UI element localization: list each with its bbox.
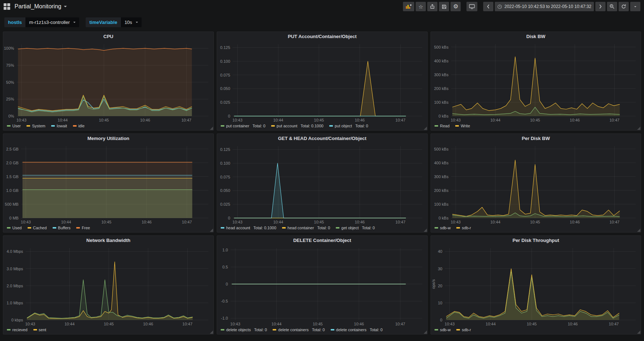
time-range-text: 2022-05-10 10:42:53 to 2022-05-10 10:47:… xyxy=(504,4,591,9)
legend-item[interactable]: put accountTotal: 0.1000 xyxy=(271,124,323,128)
svg-text:10: 10 xyxy=(438,301,442,305)
svg-text:0 MB: 0 MB xyxy=(9,216,19,220)
legend-item[interactable]: sent xyxy=(33,328,46,332)
time-range-button[interactable]: 2022-05-10 10:42:53 to 2022-05-10 10:47:… xyxy=(495,2,594,11)
add-panel-button[interactable] xyxy=(403,2,414,11)
panel-title[interactable]: GET & HEAD Account/Container/Object xyxy=(217,134,427,143)
clock-icon xyxy=(497,4,502,9)
dashboards-grid-icon[interactable] xyxy=(4,3,10,10)
dashboard-title-dropdown[interactable]: Partial_Monitoring xyxy=(15,3,67,10)
svg-text:10:46: 10:46 xyxy=(568,322,578,326)
variable-label: timeVariable xyxy=(86,17,121,27)
svg-text:1.0: 1.0 xyxy=(223,248,228,252)
svg-text:10:43: 10:43 xyxy=(16,118,27,122)
panel-grid: CPU0%25%50%75%100%10:4310:4410:4510:4610… xyxy=(0,31,644,337)
zoom-out-button[interactable] xyxy=(607,2,617,11)
legend-item[interactable]: sdb-r xyxy=(456,328,471,332)
chart-area[interactable]: 0 MB500 MB1.0 GB1.5 GB2.0 GB2.5 GB10:431… xyxy=(3,143,213,225)
legend-item[interactable]: get objectTotal: 0 xyxy=(336,226,375,230)
legend-item[interactable]: Cached xyxy=(28,226,47,230)
legend-item[interactable]: Buffers xyxy=(53,226,71,230)
panel-title[interactable]: PUT Account/Container/Object xyxy=(217,32,427,41)
save-button[interactable] xyxy=(439,2,449,11)
legend-item[interactable]: put objectTotal: 0 xyxy=(329,124,368,128)
legend-item[interactable]: delete containersTotal: 0 xyxy=(331,328,383,332)
svg-text:0.075: 0.075 xyxy=(220,175,230,179)
time-forward-button[interactable] xyxy=(595,2,606,11)
chevron-left-icon xyxy=(487,4,490,9)
legend-item[interactable]: Free xyxy=(76,226,90,230)
legend-item[interactable]: User xyxy=(7,124,21,128)
svg-text:10:45: 10:45 xyxy=(313,322,323,326)
legend-item[interactable]: sdb-r xyxy=(456,226,471,230)
panel-title[interactable]: Disk BW xyxy=(431,32,641,41)
panel-title[interactable]: Per Disk Throughput xyxy=(431,236,641,245)
legend-color-swatch xyxy=(456,329,460,330)
panel-resize-handle[interactable] xyxy=(210,127,213,130)
share-button[interactable] xyxy=(427,2,437,11)
panel-resize-handle[interactable] xyxy=(637,229,640,232)
legend-item[interactable]: head accountTotal: 0.1000 xyxy=(221,226,276,230)
settings-button[interactable]: ⚙ xyxy=(451,2,461,11)
legend-color-swatch xyxy=(73,125,77,127)
panel-title[interactable]: Network Bandwidth xyxy=(3,236,213,245)
legend-item[interactable]: delete objectsTotal: 0 xyxy=(221,328,267,332)
star-button[interactable]: ☆ xyxy=(416,2,426,11)
legend-item[interactable]: delete containersTotal: 0 xyxy=(273,328,325,332)
svg-text:10:44: 10:44 xyxy=(65,322,75,326)
legend-item[interactable]: put containerTotal: 0 xyxy=(221,124,265,128)
legend-item[interactable]: Read xyxy=(435,124,449,128)
refresh-icon xyxy=(621,4,626,9)
chart-area[interactable]: 01020304010:4310:4410:4510:4610:47ops/s xyxy=(431,245,641,327)
panel-resize-handle[interactable] xyxy=(424,330,427,334)
legend-item[interactable]: System xyxy=(27,124,45,128)
legend-item[interactable]: Iowait xyxy=(51,124,67,128)
panel-resize-handle[interactable] xyxy=(210,330,213,334)
panel-resize-handle[interactable] xyxy=(424,229,427,232)
legend-item[interactable]: sdb-w xyxy=(435,328,451,332)
panel-title[interactable]: Memory Utilization xyxy=(3,134,213,143)
refresh-button[interactable] xyxy=(619,2,629,11)
panel-title[interactable]: DELETE Container/Object xyxy=(217,236,427,245)
chart-area[interactable]: -1.0-0.500.51.010:4310:4410:4510:4610:47 xyxy=(217,245,427,327)
chart-area[interactable]: 0 kBs100 kBs200 kBs300 kBs400 kBs500 kBs… xyxy=(431,143,641,225)
panel-cpu: CPU0%25%50%75%100%10:4310:4410:4510:4610… xyxy=(3,32,214,131)
cycle-view-button[interactable] xyxy=(466,2,477,11)
legend-total: Total: 0 xyxy=(254,328,267,332)
variable-timevariable-dropdown[interactable]: 10s xyxy=(121,17,142,27)
svg-text:10:47: 10:47 xyxy=(395,322,405,326)
legend-item[interactable]: recieved xyxy=(7,328,28,332)
panel-resize-handle[interactable] xyxy=(424,127,427,130)
legend-color-swatch xyxy=(51,125,55,127)
chart-area[interactable]: 0 kbps1.0 Mbps2.0 Mbps3.0 Mbps4.0 Mbps10… xyxy=(3,245,213,327)
svg-text:1.0 GB: 1.0 GB xyxy=(6,188,19,193)
legend-item[interactable]: sdb-w xyxy=(435,226,451,230)
svg-text:2.5 GB: 2.5 GB xyxy=(6,147,19,151)
panel-resize-handle[interactable] xyxy=(210,229,213,232)
panel-title[interactable]: CPU xyxy=(3,32,213,41)
svg-text:10:44: 10:44 xyxy=(486,322,496,326)
svg-text:400 kBs: 400 kBs xyxy=(434,59,449,63)
panel-resize-handle[interactable] xyxy=(637,127,640,130)
svg-text:10:47: 10:47 xyxy=(610,118,620,122)
legend-item[interactable]: idle xyxy=(73,124,85,128)
svg-text:10:44: 10:44 xyxy=(61,220,71,224)
panel-resize-handle[interactable] xyxy=(637,330,640,334)
legend-total: Total: 0 xyxy=(362,226,375,230)
legend-item[interactable]: Used xyxy=(7,226,22,230)
legend-item[interactable]: head containerTotal: 0 xyxy=(282,226,330,230)
legend-label: put container xyxy=(226,124,249,128)
svg-text:10:44: 10:44 xyxy=(490,118,501,122)
svg-text:0.025: 0.025 xyxy=(220,202,230,206)
legend-item[interactable]: Write xyxy=(455,124,470,128)
chart-area[interactable]: 0%25%50%75%100%10:4310:4410:4510:4610:47 xyxy=(3,41,213,123)
chart-area[interactable]: 00.0250.0500.0750.1000.12510:4310:4410:4… xyxy=(217,143,427,225)
time-back-button[interactable] xyxy=(483,2,493,11)
chart-area[interactable]: 00.0250.0500.0750.1000.12510:4310:4410:4… xyxy=(217,41,427,123)
legend-label: Write xyxy=(461,124,470,128)
variable-hostls-dropdown[interactable]: m-r1z1s3-controller xyxy=(25,17,79,27)
svg-text:0: 0 xyxy=(440,318,442,322)
panel-title[interactable]: Per Disk BW xyxy=(431,134,641,143)
refresh-interval-dropdown[interactable] xyxy=(630,2,640,11)
chart-area[interactable]: 0 kBs100 kBs200 kBs300 kBs400 kBs500 kBs… xyxy=(431,41,641,123)
